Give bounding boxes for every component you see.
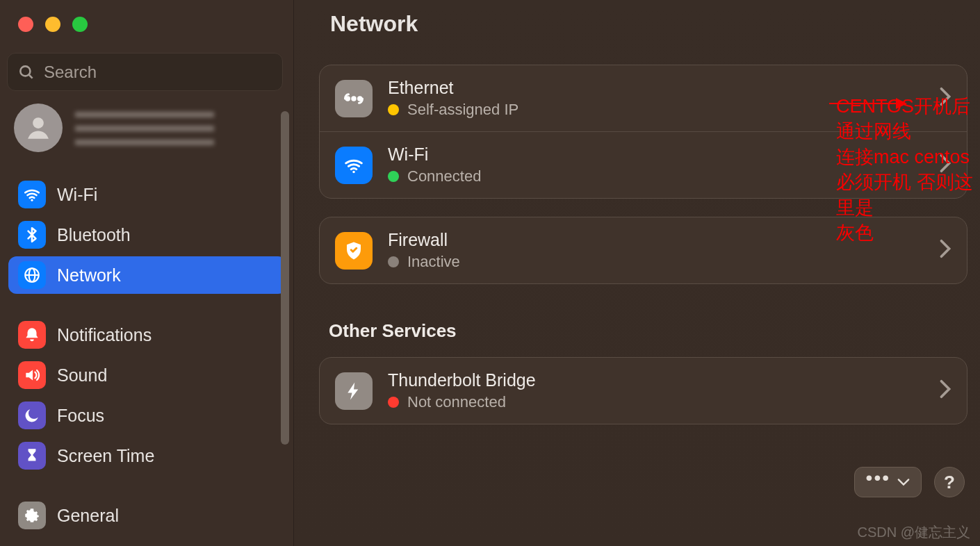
- content-pane: Network Ethernet Self-assigned IP: [294, 0, 980, 546]
- svg-line-1: [28, 74, 32, 78]
- close-window-button[interactable]: [18, 17, 33, 32]
- row-text: Ethernet Self-assigned IP: [388, 78, 518, 119]
- account-name-redacted: [75, 110, 214, 145]
- svg-point-8: [352, 97, 356, 100]
- row-title: Firewall: [388, 230, 460, 250]
- ethernet-icon: [335, 80, 373, 117]
- sidebar-item-label: Screen Time: [57, 446, 154, 466]
- moon-icon: [18, 402, 46, 429]
- row-firewall[interactable]: Firewall Inactive: [320, 217, 967, 283]
- account-row[interactable]: [14, 104, 283, 152]
- sidebar-item-label: Sound: [57, 365, 107, 386]
- sidebar-item-network[interactable]: Network: [8, 256, 286, 294]
- more-menu-button[interactable]: •••: [854, 467, 922, 497]
- sidebar-item-focus[interactable]: Focus: [8, 397, 286, 434]
- search-icon: [17, 63, 35, 81]
- status-dot-icon: [388, 256, 399, 267]
- row-thunderbolt[interactable]: Thunderbolt Bridge Not connected: [320, 358, 967, 424]
- row-status: Inactive: [388, 253, 460, 271]
- status-text: Self-assigned IP: [407, 101, 518, 119]
- status-text: Connected: [407, 167, 481, 185]
- status-dot-icon: [388, 104, 399, 115]
- chevron-right-icon: [939, 239, 952, 263]
- status-text: Not connected: [407, 393, 506, 411]
- footer-controls: ••• ?: [854, 467, 965, 497]
- sidebar-item-label: Bluetooth: [57, 225, 131, 245]
- svg-point-9: [359, 97, 362, 100]
- chevron-right-icon: [939, 379, 952, 403]
- firewall-card: Firewall Inactive: [319, 217, 967, 284]
- row-title: Thunderbolt Bridge: [388, 370, 536, 390]
- chevron-down-icon: [897, 476, 910, 488]
- network-services-card: Ethernet Self-assigned IP Wi-Fi Connecte…: [319, 65, 967, 199]
- row-text: Wi-Fi Connected: [388, 144, 481, 185]
- sidebar-item-bluetooth[interactable]: Bluetooth: [8, 216, 286, 254]
- search-input[interactable]: [44, 63, 272, 82]
- chevron-right-icon: [939, 87, 952, 110]
- firewall-shield-icon: [335, 232, 373, 270]
- chevron-right-icon: [939, 154, 952, 177]
- bell-icon: [18, 321, 46, 349]
- row-status: Not connected: [388, 393, 536, 411]
- row-ethernet[interactable]: Ethernet Self-assigned IP: [320, 65, 967, 131]
- status-text: Inactive: [407, 253, 460, 271]
- minimize-window-button[interactable]: [45, 17, 60, 32]
- page-title: Network: [330, 11, 967, 37]
- sidebar-gap: [8, 297, 286, 313]
- svg-point-10: [352, 170, 355, 173]
- sidebar-item-label: Notifications: [57, 325, 152, 345]
- row-text: Thunderbolt Bridge Not connected: [388, 370, 536, 411]
- wifi-icon: [18, 181, 46, 208]
- svg-point-0: [20, 66, 30, 76]
- svg-point-7: [346, 97, 350, 100]
- row-wifi[interactable]: Wi-Fi Connected: [320, 131, 967, 198]
- sidebar-item-general[interactable]: General: [8, 497, 286, 534]
- bluetooth-icon: [18, 221, 46, 249]
- help-button[interactable]: ?: [934, 467, 965, 497]
- hourglass-icon: [18, 442, 46, 470]
- sidebar-item-wifi[interactable]: Wi-Fi: [8, 176, 286, 213]
- search-field[interactable]: [7, 53, 283, 91]
- other-services-label: Other Services: [329, 320, 967, 342]
- window-controls: [0, 7, 293, 32]
- status-dot-icon: [388, 397, 399, 408]
- row-text: Firewall Inactive: [388, 230, 460, 271]
- sidebar-item-notifications[interactable]: Notifications: [8, 316, 286, 354]
- sidebar-gap: [8, 477, 286, 494]
- sidebar-item-label: Wi-Fi: [57, 185, 97, 205]
- speaker-icon: [18, 361, 46, 389]
- watermark: CSDN @健忘主义: [857, 523, 970, 542]
- thunderbolt-icon: [335, 372, 373, 410]
- row-title: Ethernet: [388, 78, 518, 98]
- maximize-window-button[interactable]: [72, 17, 88, 32]
- sidebar-scrollbar[interactable]: [281, 111, 289, 445]
- sidebar-item-sound[interactable]: Sound: [8, 356, 286, 394]
- network-globe-icon: [18, 261, 46, 289]
- sidebar-item-screen-time[interactable]: Screen Time: [8, 437, 286, 474]
- status-dot-icon: [388, 171, 399, 182]
- row-title: Wi-Fi: [388, 144, 481, 165]
- row-status: Self-assigned IP: [388, 101, 518, 119]
- svg-point-2: [33, 117, 44, 129]
- other-services-card: Thunderbolt Bridge Not connected: [319, 357, 967, 424]
- sidebar: Wi-Fi Bluetooth Network Notifications S: [0, 0, 294, 546]
- sidebar-nav: Wi-Fi Bluetooth Network Notifications S: [0, 176, 293, 534]
- sidebar-item-label: Focus: [57, 406, 104, 426]
- sidebar-item-label: General: [57, 506, 119, 526]
- wifi-icon: [335, 147, 373, 184]
- gear-icon: [18, 502, 46, 529]
- row-status: Connected: [388, 167, 481, 185]
- sidebar-item-label: Network: [57, 265, 121, 286]
- avatar: [14, 104, 63, 152]
- svg-point-3: [31, 199, 33, 201]
